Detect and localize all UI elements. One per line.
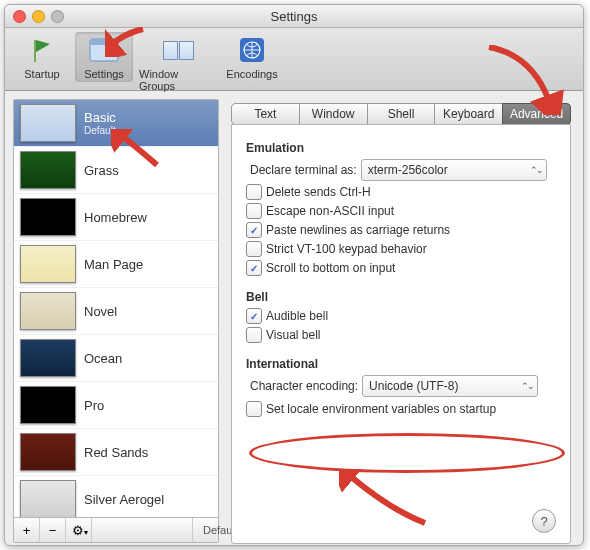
emulation-label-3: Strict VT-100 keypad behavior — [266, 242, 427, 256]
profile-thumb — [20, 480, 76, 517]
sidebar-footer: + − ⚙▾ Default — [14, 517, 218, 542]
profile-name: Ocean — [84, 351, 122, 366]
section-international: International — [246, 357, 556, 371]
gear-icon: ⚙ — [72, 523, 84, 538]
profile-thumb — [20, 339, 76, 377]
profile-man-page[interactable]: Man Page — [14, 241, 218, 288]
help-button[interactable]: ? — [532, 509, 556, 533]
emulation-checkbox-3[interactable] — [246, 241, 262, 257]
section-bell: Bell — [246, 290, 556, 304]
window-icon — [88, 34, 120, 66]
encoding-select[interactable]: Unicode (UTF-8) — [362, 375, 538, 397]
profile-subtitle: Default — [84, 125, 116, 136]
window-title: Settings — [5, 9, 583, 24]
tab-shell[interactable]: Shell — [367, 103, 436, 125]
titlebar[interactable]: Settings — [5, 5, 583, 28]
profile-novel[interactable]: Novel — [14, 288, 218, 335]
emulation-checkbox-0[interactable] — [246, 184, 262, 200]
encoding-label: Character encoding: — [250, 379, 358, 393]
bell-checkbox-0[interactable] — [246, 308, 262, 324]
toolbar-label: Window Groups — [139, 68, 217, 92]
profile-thumb — [20, 151, 76, 189]
profile-ocean[interactable]: Ocean — [14, 335, 218, 382]
tab-keyboard[interactable]: Keyboard — [434, 103, 503, 125]
tab-text[interactable]: Text — [231, 103, 300, 125]
toolbar-label: Encodings — [226, 68, 277, 80]
toolbar-encodings[interactable]: Encodings — [223, 32, 281, 82]
toolbar: Startup Settings Window Groups Encodings — [5, 28, 583, 91]
profile-pro[interactable]: Pro — [14, 382, 218, 429]
content-area: TextWindowShellKeyboardAdvanced Emulatio… — [219, 91, 583, 546]
window-groups-icon — [162, 34, 194, 66]
profile-name: Red Sands — [84, 445, 148, 460]
advanced-pane: Emulation Declare terminal as: xterm-256… — [231, 124, 571, 544]
profile-homebrew[interactable]: Homebrew — [14, 194, 218, 241]
tab-advanced[interactable]: Advanced — [502, 103, 571, 125]
emulation-checkbox-4[interactable] — [246, 260, 262, 276]
add-button[interactable]: + — [14, 518, 40, 542]
emulation-checkbox-1[interactable] — [246, 203, 262, 219]
bell-checkbox-1[interactable] — [246, 327, 262, 343]
locale-checkbox[interactable] — [246, 401, 262, 417]
bell-label-0: Audible bell — [266, 309, 328, 323]
tab-bar: TextWindowShellKeyboardAdvanced — [231, 103, 571, 125]
toolbar-settings[interactable]: Settings — [75, 32, 133, 82]
section-emulation: Emulation — [246, 141, 556, 155]
profile-thumb — [20, 386, 76, 424]
zoom-icon[interactable] — [51, 10, 64, 23]
profile-basic[interactable]: BasicDefault — [14, 100, 218, 147]
settings-window: Settings Startup Settings Window Groups … — [4, 4, 584, 546]
profile-thumb — [20, 245, 76, 283]
globe-icon — [236, 34, 268, 66]
profile-silver-aerogel[interactable]: Silver Aerogel — [14, 476, 218, 517]
profile-sidebar: BasicDefaultGrassHomebrewMan PageNovelOc… — [13, 99, 219, 543]
svg-rect-0 — [34, 40, 36, 62]
remove-button[interactable]: − — [40, 518, 66, 542]
profile-thumb — [20, 292, 76, 330]
profile-name: Novel — [84, 304, 117, 319]
profile-name: Silver Aerogel — [84, 492, 164, 507]
close-icon[interactable] — [13, 10, 26, 23]
bell-label-1: Visual bell — [266, 328, 320, 342]
emulation-label-1: Escape non-ASCII input — [266, 204, 394, 218]
emulation-label-2: Paste newlines as carriage returns — [266, 223, 450, 237]
flag-icon — [26, 34, 58, 66]
emulation-checkbox-2[interactable] — [246, 222, 262, 238]
profile-name: Grass — [84, 163, 119, 178]
profile-thumb — [20, 433, 76, 471]
profile-list[interactable]: BasicDefaultGrassHomebrewMan PageNovelOc… — [14, 100, 218, 517]
declare-terminal-select[interactable]: xterm-256color — [361, 159, 547, 181]
profile-name: Homebrew — [84, 210, 147, 225]
gear-button[interactable]: ⚙▾ — [66, 518, 92, 542]
profile-red-sands[interactable]: Red Sands — [14, 429, 218, 476]
toolbar-label: Settings — [84, 68, 124, 80]
profile-name: Basic — [84, 110, 116, 125]
profile-name: Pro — [84, 398, 104, 413]
declare-label: Declare terminal as: — [250, 163, 357, 177]
profile-name: Man Page — [84, 257, 143, 272]
profile-grass[interactable]: Grass — [14, 147, 218, 194]
profile-thumb — [20, 104, 76, 142]
toolbar-window-groups[interactable]: Window Groups — [137, 32, 219, 94]
default-button[interactable]: Default — [192, 518, 218, 542]
emulation-label-4: Scroll to bottom on input — [266, 261, 395, 275]
emulation-label-0: Delete sends Ctrl-H — [266, 185, 371, 199]
profile-thumb — [20, 198, 76, 236]
locale-label: Set locale environment variables on star… — [266, 402, 496, 416]
tab-window[interactable]: Window — [299, 103, 368, 125]
svg-rect-2 — [90, 39, 118, 45]
minimize-icon[interactable] — [32, 10, 45, 23]
toolbar-startup[interactable]: Startup — [13, 32, 71, 82]
toolbar-label: Startup — [24, 68, 59, 80]
